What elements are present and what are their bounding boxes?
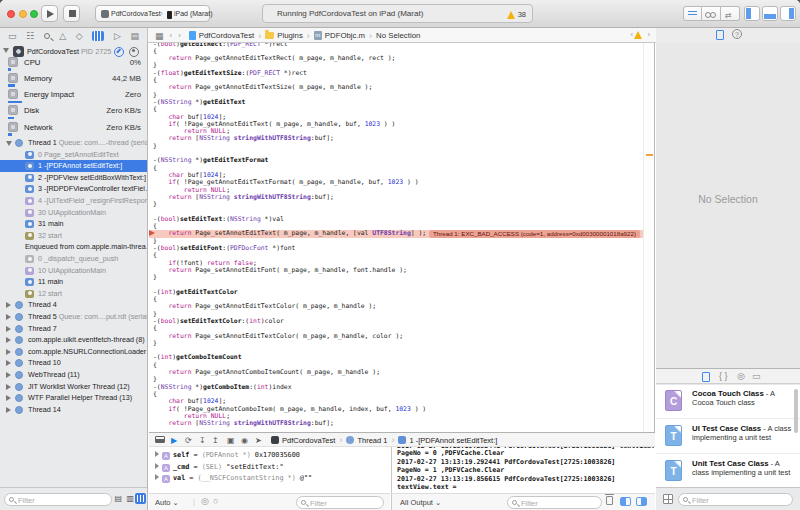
thread-row[interactable]: WebThread (11) <box>0 369 148 381</box>
stack-frame-row[interactable]: 12 start <box>0 288 148 300</box>
stop-button[interactable] <box>63 5 80 22</box>
library-item[interactable]: CCocoa Touch Class - A Cocoa Touch class <box>656 385 800 419</box>
disclosure-icon[interactable] <box>6 395 11 401</box>
object-library-icon[interactable]: ◎ <box>737 371 745 381</box>
project-navigator-icon[interactable]: ▭ <box>8 31 17 41</box>
prev-issue-button[interactable]: ‹ <box>630 30 633 39</box>
close-button[interactable] <box>7 10 15 18</box>
disclosure-icon[interactable] <box>6 326 11 332</box>
variables-scope-select[interactable]: Auto ⌄ <box>155 498 179 507</box>
test-navigator-icon[interactable]: ◇ <box>76 31 83 41</box>
disclosure-icon[interactable] <box>6 302 11 308</box>
back-button[interactable]: ‹ <box>170 31 173 40</box>
stack-frame-row[interactable]: 3 -[RDPDFViewController textFiel… <box>0 183 148 195</box>
flatten-toggle[interactable] <box>135 493 146 504</box>
disclosure-icon[interactable] <box>3 48 9 53</box>
gauge-row-network[interactable]: NetworkZero KB/s <box>0 120 148 136</box>
disclosure-icon[interactable] <box>155 451 159 457</box>
crumb-file[interactable]: PDFObjc.m <box>325 31 365 40</box>
gauge-row-disk[interactable]: DiskZero KB/s <box>0 103 148 119</box>
show-crashed-toggle[interactable]: ▤ <box>114 494 122 503</box>
run-button[interactable] <box>41 5 58 22</box>
library-scrollbar[interactable] <box>794 389 798 433</box>
library-filter-field[interactable]: Filter <box>678 493 793 506</box>
scheme-selector[interactable]: PdfCordovaTest › iPad (Marat) <box>95 5 210 22</box>
toggle-variables-icon[interactable] <box>620 497 631 506</box>
related-items-icon[interactable]: ▦ <box>155 31 164 41</box>
crumb-selection[interactable]: No Selection <box>376 31 420 40</box>
thread-row[interactable]: JIT Worklist Worker Thread (12) <box>0 381 148 393</box>
crumb-group[interactable]: Plugins <box>277 31 303 40</box>
next-issue-button[interactable]: › <box>647 30 650 39</box>
console-output[interactable]: 2017-02-27 13:13:19.292441 PdfCordovaTes… <box>391 447 655 493</box>
stack-frame-row[interactable]: 4 -[UITextField _resignFirstRespon… <box>0 195 148 207</box>
show-running-toggle[interactable]: ▥ <box>126 494 134 503</box>
report-navigator-icon[interactable]: ▤ <box>130 31 139 41</box>
thread-row[interactable]: Thread 10 <box>0 357 148 369</box>
disclosure-icon[interactable] <box>6 141 12 146</box>
thread-row[interactable]: com.apple.uikit.eventfetch-thread (8) <box>0 334 148 346</box>
crumb-project[interactable]: PdfCordovaTest <box>199 31 254 40</box>
crumb-frame[interactable]: 1 -[PDFAnnot setEditText:] <box>409 436 497 445</box>
warning-count[interactable]: 38 <box>518 10 526 19</box>
minimize-button[interactable] <box>19 10 27 18</box>
stack-frame-row[interactable]: 10 UIApplicationMain <box>0 265 148 277</box>
step-out-icon[interactable]: ↥ <box>212 435 219 446</box>
symbol-navigator-icon[interactable]: ☷ <box>26 31 34 41</box>
grid-view-icon[interactable] <box>663 494 673 504</box>
thread-row[interactable]: Thread 1 Queue: com....-thread (serial) <box>0 137 148 149</box>
disclosure-icon[interactable] <box>6 349 11 355</box>
disclosure-icon[interactable] <box>6 384 11 390</box>
enqueued-label-row[interactable]: Enqueued from com.apple.main-threa… <box>0 241 148 253</box>
view-debugger-icon[interactable]: ▣ <box>227 435 235 446</box>
thread-row[interactable]: Thread 7 <box>0 323 148 335</box>
gauge-row-memory[interactable]: Memory44,2 MB <box>0 71 148 87</box>
version-editor-button[interactable]: ⇄ <box>721 6 740 21</box>
gauge-row-cpu[interactable]: CPU0% <box>0 55 148 71</box>
standard-editor-button[interactable] <box>683 6 702 21</box>
stack-frame-row[interactable]: 2 -[PDFView setEditBoxWithText:] <box>0 172 148 184</box>
quicklook-icon[interactable]: ○ <box>213 496 218 506</box>
memory-graph-icon[interactable]: ◉ <box>241 435 248 446</box>
step-into-icon[interactable]: ↧ <box>199 435 206 446</box>
output-scope-select[interactable]: All Output ⌄ <box>400 498 441 507</box>
issue-navigator-icon[interactable]: △ <box>59 31 66 41</box>
stack-frame-row[interactable]: 1 -[PDFAnnot setEditText:] <box>0 160 148 172</box>
code-snippet-library-icon[interactable]: { } <box>719 371 728 381</box>
crumb-process[interactable]: PdfCordovaTest <box>282 436 335 445</box>
jumpbar-warning-icon[interactable] <box>634 31 642 39</box>
library-item[interactable]: TUI Test Case Class - A class implementi… <box>656 420 800 454</box>
debug-navigator-icon[interactable] <box>92 27 104 45</box>
crumb-thread[interactable]: Thread 1 <box>357 436 387 445</box>
disclosure-icon[interactable] <box>6 337 11 343</box>
variable-row[interactable]: Aself = (PDFAnnot *) 0x170035600 <box>155 451 300 460</box>
variable-row[interactable]: A_cmd = (SEL) "setEditText:" <box>155 463 284 472</box>
forward-button[interactable]: › <box>178 31 181 40</box>
disclosure-icon[interactable] <box>155 474 159 480</box>
toggle-console-icon[interactable] <box>636 497 647 506</box>
sidebar-filter-field[interactable]: Filter <box>4 493 112 506</box>
disclosure-icon[interactable] <box>6 360 11 366</box>
stack-frame-row[interactable]: 11 main <box>0 276 148 288</box>
step-over-icon[interactable]: ⟳ <box>185 435 192 446</box>
help-inspector-icon[interactable]: ? <box>732 29 742 39</box>
disclosure-icon[interactable] <box>6 407 11 413</box>
stack-frame-row[interactable]: 0 _dispatch_queue_push <box>0 253 148 265</box>
thread-row[interactable]: Thread 14 <box>0 404 148 416</box>
continue-icon[interactable]: ▶ <box>171 435 177 446</box>
variables-filter-field[interactable]: Filter <box>296 496 384 509</box>
breakpoint-navigator-icon[interactable]: ▷ <box>114 31 121 41</box>
thread-row[interactable]: WTF Parallel Helper Thread (13) <box>0 392 148 404</box>
stack-frame-row[interactable]: 32 start <box>0 230 148 242</box>
variables-view[interactable]: Aself = (PDFAnnot *) 0x170035600A_cmd = … <box>149 447 390 493</box>
hide-debug-area-icon[interactable] <box>155 436 165 443</box>
find-navigator-icon[interactable] <box>44 31 50 41</box>
thread-row[interactable]: Thread 4 <box>0 299 148 311</box>
library-item[interactable]: TUnit Test Case Class - A class implemen… <box>656 455 800 487</box>
disclosure-icon[interactable] <box>6 314 11 320</box>
file-template-library-icon[interactable] <box>702 372 710 382</box>
stack-frame-row[interactable]: 0 Page_setAnnotEditText <box>0 149 148 161</box>
error-badge[interactable]: Thread 1: EXC_BAD_ACCESS (code=1, addres… <box>429 230 640 238</box>
toggle-navigator-button[interactable] <box>744 6 760 21</box>
assistant-editor-button[interactable] <box>702 6 721 21</box>
